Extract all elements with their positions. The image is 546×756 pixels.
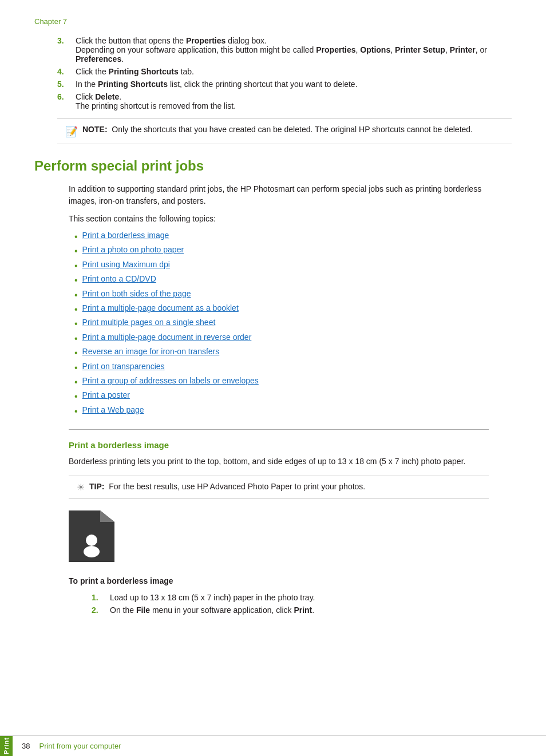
note-text: NOTE: Only the shortcuts that you have c… <box>82 125 473 134</box>
footer-content: 38 Print from your computer <box>13 736 546 756</box>
topics-intro: This section contains the following topi… <box>69 213 489 225</box>
topic-item-1[interactable]: • Print a borderless image <box>69 231 489 243</box>
footer-page-number: 38 <box>22 742 30 750</box>
bullet-2: • <box>74 245 78 258</box>
topic-link-5[interactable]: Print on both sides of the page <box>82 289 191 298</box>
bullet-1: • <box>74 231 78 243</box>
sub-step-2: 2. On the File menu in your software app… <box>69 605 489 615</box>
to-print-header: To print a borderless image <box>69 575 489 587</box>
sub-step-1-num: 1. <box>92 593 108 602</box>
bullet-11: • <box>74 376 78 389</box>
main-section-title: Perform special print jobs <box>34 158 512 174</box>
footer-bar: Print 38 Print from your computer <box>0 735 546 756</box>
topic-link-13[interactable]: Print a Web page <box>82 405 144 414</box>
bullet-12: • <box>74 390 78 403</box>
step-6: 6. Click Delete. The printing shortcut i… <box>34 92 512 110</box>
sub-step-2-num: 2. <box>92 605 108 615</box>
step-4: 4. Click the Printing Shortcuts tab. <box>34 67 512 76</box>
footer-side-tab: Print <box>0 736 13 756</box>
topic-item-5[interactable]: • Print on both sides of the page <box>69 289 489 302</box>
bullet-10: • <box>74 362 78 374</box>
topic-link-6[interactable]: Print a multiple-page document as a book… <box>82 303 239 312</box>
section-intro: In addition to supporting standard print… <box>69 183 489 207</box>
subsection-body: Borderless printing lets you print to th… <box>69 456 489 468</box>
bullet-6: • <box>74 303 78 316</box>
step-4-num: 4. <box>57 67 73 76</box>
sub-step-2-text: On the File menu in your software applic… <box>110 605 314 615</box>
topic-item-8[interactable]: • Print a multiple-page document in reve… <box>69 333 489 345</box>
topic-item-11[interactable]: • Print a group of addresses on labels o… <box>69 376 489 389</box>
topic-item-7[interactable]: • Print multiple pages on a single sheet <box>69 318 489 330</box>
bullet-3: • <box>74 260 78 272</box>
chapter-label: Chapter 7 <box>34 17 512 26</box>
numbered-steps: 3. Click the button that opens the Prope… <box>34 36 512 110</box>
topic-link-8[interactable]: Print a multiple-page document in revers… <box>82 333 252 342</box>
section-rule-top <box>69 429 489 430</box>
topic-link-11[interactable]: Print a group of addresses on labels or … <box>82 376 259 385</box>
step-3-num: 3. <box>57 36 73 64</box>
step-5: 5. In the Printing Shortcuts list, click… <box>34 80 512 89</box>
svg-point-3 <box>84 546 100 557</box>
bullet-7: • <box>74 318 78 330</box>
topic-link-2[interactable]: Print a photo on photo paper <box>82 245 184 254</box>
step-3: 3. Click the button that opens the Prope… <box>34 36 512 64</box>
footer-page-label: Print from your computer <box>39 742 121 750</box>
step-5-text: In the Printing Shortcuts list, click th… <box>76 80 358 89</box>
section-body: In addition to supporting standard print… <box>34 183 512 615</box>
tip-box: ☀ TIP: For the best results, use HP Adva… <box>69 476 489 499</box>
topic-link-1[interactable]: Print a borderless image <box>82 231 169 240</box>
topic-item-6[interactable]: • Print a multiple-page document as a bo… <box>69 303 489 316</box>
note-box: 📝 NOTE: Only the shortcuts that you have… <box>57 118 512 144</box>
step-6-text: Click Delete. The printing shortcut is r… <box>76 92 236 110</box>
svg-point-2 <box>86 535 97 546</box>
topic-item-2[interactable]: • Print a photo on photo paper <box>69 245 489 258</box>
topic-link-7[interactable]: Print multiple pages on a single sheet <box>82 318 216 327</box>
footer-side-text: Print <box>3 737 10 754</box>
step-3-text: Click the button that opens the Properti… <box>76 36 512 64</box>
bullet-9: • <box>74 347 78 359</box>
sub-step-1: 1. Load up to 13 x 18 cm (5 x 7 inch) pa… <box>69 593 489 602</box>
sub-step-1-text: Load up to 13 x 18 cm (5 x 7 inch) paper… <box>110 593 315 602</box>
topic-link-3[interactable]: Print using Maximum dpi <box>82 260 170 269</box>
tip-text: TIP: For the best results, use HP Advanc… <box>89 482 365 491</box>
topic-link-10[interactable]: Print on transparencies <box>82 362 165 371</box>
step-5-num: 5. <box>57 80 73 89</box>
page: Chapter 7 3. Click the button that opens… <box>0 0 546 756</box>
doc-icon-container <box>69 510 489 564</box>
topic-item-4[interactable]: • Print onto a CD/DVD <box>69 274 489 287</box>
step-6-num: 6. <box>57 92 73 110</box>
subsection-borderless: Print a borderless image Borderless prin… <box>69 429 489 615</box>
topic-item-13[interactable]: • Print a Web page <box>69 405 489 418</box>
bullet-8: • <box>74 333 78 345</box>
document-icon <box>69 510 114 562</box>
topic-item-10[interactable]: • Print on transparencies <box>69 362 489 374</box>
bullet-4: • <box>74 274 78 287</box>
subsection-title: Print a borderless image <box>69 440 489 450</box>
topic-item-3[interactable]: • Print using Maximum dpi <box>69 260 489 272</box>
topic-link-9[interactable]: Reverse an image for iron-on transfers <box>82 347 220 356</box>
bullet-5: • <box>74 289 78 302</box>
topic-link-4[interactable]: Print onto a CD/DVD <box>82 274 156 283</box>
bullet-13: • <box>74 405 78 418</box>
topic-link-12[interactable]: Print a poster <box>82 390 130 399</box>
note-icon: 📝 <box>65 125 78 138</box>
subsection-steps: 1. Load up to 13 x 18 cm (5 x 7 inch) pa… <box>69 593 489 615</box>
topic-list: • Print a borderless image • Print a pho… <box>69 231 489 418</box>
tip-icon: ☀ <box>77 482 85 493</box>
topic-item-12[interactable]: • Print a poster <box>69 390 489 403</box>
step-4-text: Click the Printing Shortcuts tab. <box>76 67 194 76</box>
svg-marker-1 <box>100 510 114 522</box>
topic-item-9[interactable]: • Reverse an image for iron-on transfers <box>69 347 489 359</box>
